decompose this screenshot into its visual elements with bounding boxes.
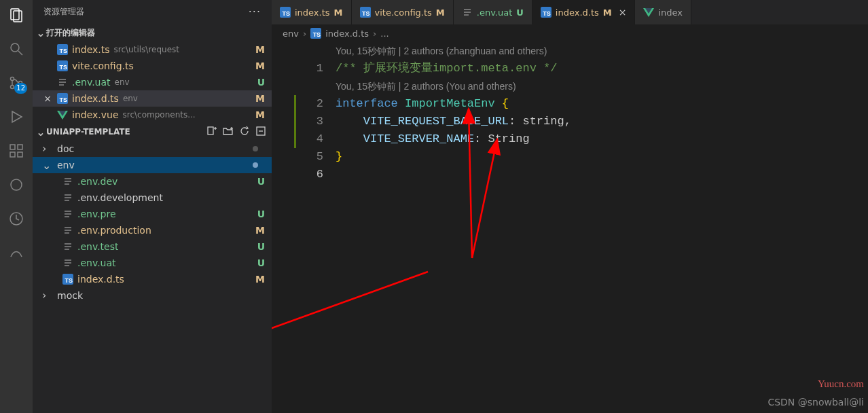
- ts-icon: TS: [541, 7, 551, 18]
- close-icon[interactable]: ×: [619, 7, 627, 18]
- codelens[interactable]: You, 15秒钟前 | 2 authors (zhanghuan and ot…: [336, 42, 547, 60]
- svg-line-48: [272, 272, 428, 360]
- chevron-right-icon: ›: [303, 29, 306, 39]
- folder-item[interactable]: env: [33, 157, 272, 173]
- extensions-activity-icon[interactable]: [7, 141, 26, 160]
- editor-tab[interactable]: TSindex.d.tsM×: [532, 0, 636, 24]
- git-status: M: [253, 225, 265, 236]
- open-editor-item[interactable]: TSvite.config.tsM: [33, 58, 272, 74]
- chevron-right-icon: [42, 143, 53, 156]
- extra3-activity-icon[interactable]: [7, 243, 26, 262]
- chevron-down-icon: [42, 159, 53, 172]
- git-status: M: [253, 109, 265, 120]
- svg-point-4: [11, 77, 14, 81]
- explorer-sidebar: 资源管理器 ··· 打开的编辑器 TSindex.tssrc\utils\req…: [33, 0, 272, 413]
- vue-icon: [57, 109, 68, 120]
- file-item[interactable]: TSindex.d.tsM: [33, 271, 272, 287]
- file-path: src\components...: [123, 110, 196, 120]
- folder-item[interactable]: mock: [33, 287, 272, 304]
- svg-marker-7: [12, 111, 22, 122]
- git-status: M: [334, 7, 343, 18]
- file-name: .env.uat: [77, 257, 116, 268]
- file-name: index.d.ts: [72, 93, 119, 104]
- close-icon[interactable]: ×: [42, 93, 53, 104]
- new-folder-icon[interactable]: [223, 126, 234, 139]
- folder-name: env: [57, 160, 75, 170]
- open-editors-list: TSindex.tssrc\utils\requestMTSvite.confi…: [33, 41, 272, 123]
- open-editor-item[interactable]: .env.uatenvU: [33, 74, 272, 90]
- vue-icon: [643, 7, 654, 18]
- open-editor-item[interactable]: ×TSindex.d.tsenvM: [33, 90, 272, 107]
- editor-tab[interactable]: index: [635, 0, 691, 24]
- more-icon[interactable]: ···: [249, 5, 261, 18]
- watermark: CSDN @snowball@li: [767, 397, 864, 408]
- tab-name: index.d.ts: [556, 7, 599, 18]
- file-item[interactable]: .env.testU: [33, 238, 272, 255]
- new-file-icon[interactable]: [206, 126, 217, 139]
- watermark: Yuucn.com: [818, 378, 864, 390]
- svg-rect-9: [10, 152, 15, 157]
- project-header[interactable]: UNIAPP-TEMPLATE: [33, 123, 272, 141]
- file-item[interactable]: .env.devU: [33, 173, 272, 190]
- ts-icon: TS: [57, 44, 68, 55]
- file-item[interactable]: .env.preU: [33, 206, 272, 222]
- folder-name: doc: [57, 143, 74, 154]
- file-item[interactable]: .env.development: [33, 190, 272, 206]
- git-gutter-icon: [294, 130, 296, 148]
- extra2-activity-icon[interactable]: [7, 209, 26, 228]
- activity-bar: 12: [0, 0, 33, 413]
- scm-activity-icon[interactable]: 12: [7, 73, 26, 92]
- ts-icon: TS: [280, 7, 291, 18]
- git-gutter-icon: [294, 95, 296, 113]
- open-editor-item[interactable]: TSindex.tssrc\utils\requestM: [33, 41, 272, 58]
- env-icon: [62, 257, 73, 268]
- file-item[interactable]: .env.uatU: [33, 255, 272, 271]
- open-editors-header[interactable]: 打开的编辑器: [33, 24, 272, 41]
- breadcrumb-seg[interactable]: ...: [380, 29, 388, 39]
- open-editor-item[interactable]: index.vuesrc\components...M: [33, 107, 272, 123]
- file-path: env: [115, 77, 130, 87]
- run-activity-icon[interactable]: [7, 107, 26, 126]
- git-status: M: [603, 7, 612, 18]
- file-item[interactable]: .env.productionM: [33, 222, 272, 238]
- sidebar-title: 资源管理器: [43, 6, 84, 18]
- svg-point-5: [11, 86, 14, 89]
- folder-name: mock: [57, 290, 83, 301]
- editor-tabs: TSindex.tsMTSvite.config.tsM.env.uatUTSi…: [272, 0, 868, 24]
- chevron-right-icon: ›: [373, 29, 376, 39]
- svg-point-12: [11, 179, 22, 190]
- search-activity-icon[interactable]: [7, 39, 26, 58]
- env-icon: [62, 209, 73, 219]
- file-name: vite.config.ts: [72, 60, 134, 71]
- git-status: M: [253, 274, 265, 285]
- git-status: U: [516, 7, 524, 18]
- breadcrumb-seg[interactable]: env: [283, 29, 299, 39]
- git-status: U: [253, 241, 265, 252]
- tab-name: .env.uat: [477, 7, 513, 18]
- file-path: env: [123, 94, 138, 103]
- editor-tab[interactable]: TSindex.tsM: [272, 0, 352, 24]
- folder-item[interactable]: doc: [33, 141, 272, 157]
- breadcrumb-seg[interactable]: index.d.ts: [325, 29, 369, 39]
- ts-icon: TS: [57, 60, 68, 71]
- editor-tab[interactable]: .env.uatU: [454, 0, 532, 24]
- file-tree: docenv.env.devU.env.development.env.preU…: [33, 141, 272, 304]
- file-path: src\utils\request: [114, 45, 179, 54]
- editor-tab[interactable]: TSvite.config.tsM: [352, 0, 454, 24]
- code-editor[interactable]: You, 15秒钟前 | 2 authors (zhanghuan and ot…: [272, 42, 868, 183]
- svg-rect-11: [18, 145, 22, 149]
- collapse-icon[interactable]: [255, 126, 266, 139]
- ts-icon: TS: [57, 93, 68, 104]
- git-status: U: [253, 257, 265, 268]
- svg-rect-17: [208, 127, 213, 134]
- codelens[interactable]: You, 15秒钟前 | 2 authors (You and others): [336, 77, 516, 95]
- file-name: index.vue: [72, 109, 119, 120]
- file-name: index.ts: [72, 44, 110, 55]
- env-icon: [62, 241, 73, 252]
- extra-activity-icon[interactable]: [7, 175, 26, 194]
- refresh-icon[interactable]: [239, 126, 250, 139]
- explorer-activity-icon[interactable]: [7, 5, 26, 24]
- file-name: .env.dev: [77, 176, 117, 187]
- open-editors-title: 打开的编辑器: [46, 27, 95, 39]
- breadcrumb[interactable]: env › TS index.d.ts › ...: [272, 24, 868, 42]
